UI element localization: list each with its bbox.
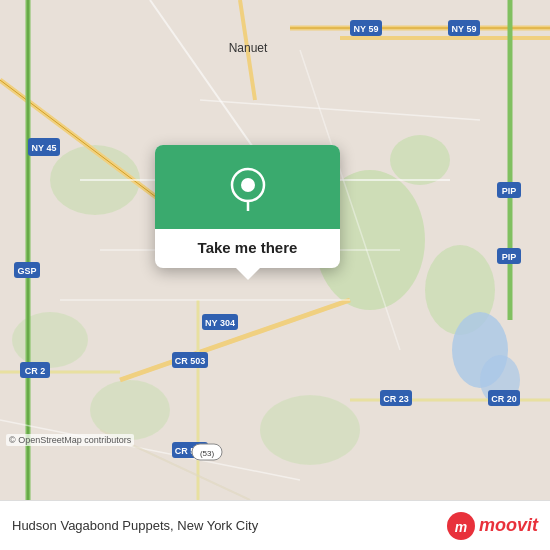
svg-text:CR 2: CR 2 <box>25 366 46 376</box>
moovit-logo: m moovit <box>447 512 538 540</box>
openstreetmap-credit: © OpenStreetMap contributors <box>6 434 134 446</box>
svg-point-6 <box>260 395 360 465</box>
popup-card: Take me there <box>155 145 340 268</box>
location-label: Hudson Vagabond Puppets, New York City <box>12 518 439 533</box>
svg-text:NY 59: NY 59 <box>452 24 477 34</box>
location-pin-icon <box>226 167 270 211</box>
svg-text:CR 20: CR 20 <box>491 394 517 404</box>
svg-point-60 <box>241 178 255 192</box>
svg-text:PIP: PIP <box>502 186 517 196</box>
svg-point-2 <box>390 135 450 185</box>
svg-text:Nanuet: Nanuet <box>229 41 268 55</box>
popup-green-area <box>155 145 340 229</box>
bottom-bar: Hudson Vagabond Puppets, New York City m… <box>0 500 550 550</box>
svg-text:NY 304: NY 304 <box>205 318 235 328</box>
svg-text:CR 23: CR 23 <box>383 394 409 404</box>
svg-text:NY 59: NY 59 <box>354 24 379 34</box>
svg-text:NY 45: NY 45 <box>32 143 57 153</box>
map-container: NY 45 NY 59 NY 59 GSP PIP PIP NY 304 CR … <box>0 0 550 500</box>
moovit-wordmark: moovit <box>479 515 538 536</box>
svg-point-7 <box>12 312 88 368</box>
take-me-there-button[interactable]: Take me there <box>184 229 312 268</box>
moovit-m-icon: m <box>447 512 475 540</box>
svg-text:CR 503: CR 503 <box>175 356 206 366</box>
svg-text:PIP: PIP <box>502 252 517 262</box>
svg-text:(53): (53) <box>200 449 215 458</box>
svg-text:GSP: GSP <box>17 266 36 276</box>
svg-text:m: m <box>455 519 467 535</box>
